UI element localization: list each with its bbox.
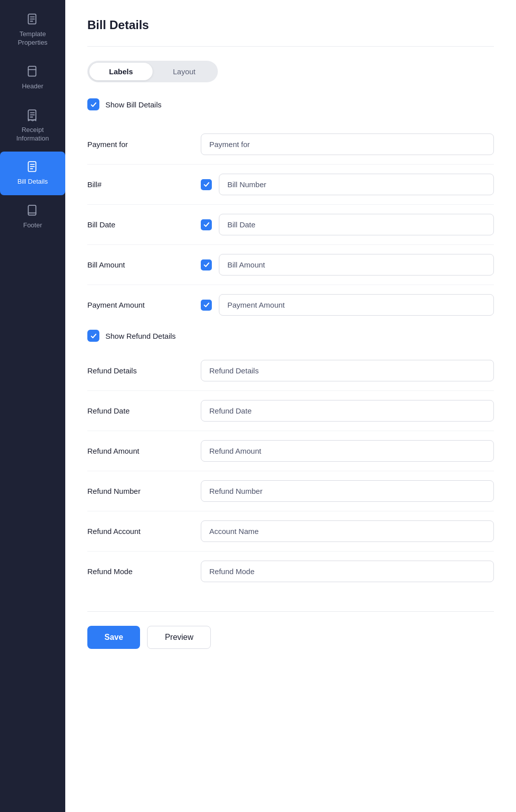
tab-labels[interactable]: Labels: [89, 63, 153, 80]
form-row-right: [201, 294, 494, 316]
sidebar: Template Properties Header Receipt Infor…: [0, 0, 65, 812]
field-label-payment-amount: Payment Amount: [87, 301, 193, 309]
input-refund-number[interactable]: [201, 480, 494, 502]
checkbox-bill-number[interactable]: [201, 179, 212, 190]
field-label-bill-date: Bill Date: [87, 220, 193, 229]
form-row-right: [201, 561, 494, 582]
bill-details-form: Payment for Bill# Bill Date: [87, 124, 494, 325]
svg-rect-14: [28, 206, 36, 216]
show-bill-details-label[interactable]: Show Bill Details: [105, 100, 162, 109]
divider: [87, 46, 494, 47]
sidebar-item-label: Footer: [23, 221, 42, 230]
input-payment-amount[interactable]: [219, 294, 494, 316]
field-label-bill-amount: Bill Amount: [87, 260, 193, 269]
form-row-bill-date: Bill Date: [87, 205, 494, 245]
header-icon: [26, 65, 39, 78]
show-bill-details-checkbox[interactable]: [87, 98, 99, 110]
field-label-refund-mode: Refund Mode: [87, 567, 193, 576]
save-button[interactable]: Save: [87, 626, 140, 649]
form-row-bill-number: Bill#: [87, 165, 494, 205]
input-refund-amount[interactable]: [201, 440, 494, 462]
input-refund-account[interactable]: [201, 520, 494, 542]
input-bill-date[interactable]: [219, 214, 494, 235]
field-label-refund-date: Refund Date: [87, 407, 193, 415]
show-refund-details-checkbox[interactable]: [87, 330, 99, 342]
input-payment-for[interactable]: [201, 133, 494, 155]
form-row-refund-amount: Refund Amount: [87, 431, 494, 471]
checkbox-bill-amount[interactable]: [201, 259, 212, 270]
form-row-right: [201, 360, 494, 381]
sidebar-item-header[interactable]: Header: [0, 56, 65, 100]
form-row-refund-date: Refund Date: [87, 391, 494, 431]
input-bill-number[interactable]: [219, 174, 494, 195]
form-row-right: [201, 440, 494, 462]
input-refund-mode[interactable]: [201, 561, 494, 582]
refund-details-form: Refund Details Refund Date Refund Amount…: [87, 351, 494, 591]
sidebar-item-label: Template Properties: [5, 30, 60, 47]
input-refund-details[interactable]: [201, 360, 494, 381]
checkbox-bill-date[interactable]: [201, 219, 212, 230]
form-row-right: [201, 400, 494, 422]
tab-group: Labels Layout: [87, 61, 218, 82]
form-row-bill-amount: Bill Amount: [87, 245, 494, 285]
form-row-refund-number: Refund Number: [87, 471, 494, 511]
form-row-refund-account: Refund Account: [87, 511, 494, 552]
field-label-refund-details: Refund Details: [87, 366, 193, 375]
show-refund-details-row: Show Refund Details: [87, 330, 494, 342]
form-row-right: [201, 520, 494, 542]
preview-button[interactable]: Preview: [147, 626, 211, 649]
bill-icon: [26, 161, 39, 174]
sidebar-item-footer[interactable]: Footer: [0, 195, 65, 239]
field-label-refund-account: Refund Account: [87, 527, 193, 535]
show-refund-details-label[interactable]: Show Refund Details: [105, 332, 176, 340]
form-row-refund-details: Refund Details: [87, 351, 494, 391]
bottom-bar: Save Preview: [87, 611, 494, 649]
sidebar-item-label: Receipt Information: [5, 126, 60, 143]
file-icon: [26, 13, 39, 26]
form-row-payment-amount: Payment Amount: [87, 285, 494, 325]
input-refund-date[interactable]: [201, 400, 494, 422]
form-row-refund-mode: Refund Mode: [87, 552, 494, 591]
form-row-right: [201, 133, 494, 155]
field-label-payment-for: Payment for: [87, 140, 193, 149]
sidebar-item-label: Bill Details: [18, 178, 48, 186]
tab-layout[interactable]: Layout: [153, 63, 216, 80]
receipt-icon: [26, 109, 39, 122]
show-bill-details-row: Show Bill Details: [87, 98, 494, 110]
checkbox-payment-amount[interactable]: [201, 300, 212, 311]
sidebar-item-template-properties[interactable]: Template Properties: [0, 4, 65, 56]
form-row-right: [201, 174, 494, 195]
field-label-refund-number: Refund Number: [87, 487, 193, 495]
form-row-right: [201, 254, 494, 276]
main-content: Bill Details Labels Layout Show Bill Det…: [65, 0, 516, 812]
sidebar-item-receipt-information[interactable]: Receipt Information: [0, 100, 65, 152]
form-row-right: [201, 214, 494, 235]
page-title: Bill Details: [87, 18, 494, 32]
form-row-payment-for: Payment for: [87, 124, 494, 165]
field-label-refund-amount: Refund Amount: [87, 447, 193, 455]
svg-rect-4: [28, 66, 36, 76]
sidebar-item-bill-details[interactable]: Bill Details: [0, 152, 65, 195]
form-row-right: [201, 480, 494, 502]
field-label-bill-number: Bill#: [87, 180, 193, 189]
sidebar-item-label: Header: [22, 82, 44, 91]
input-bill-amount[interactable]: [219, 254, 494, 276]
footer-icon: [26, 204, 39, 217]
